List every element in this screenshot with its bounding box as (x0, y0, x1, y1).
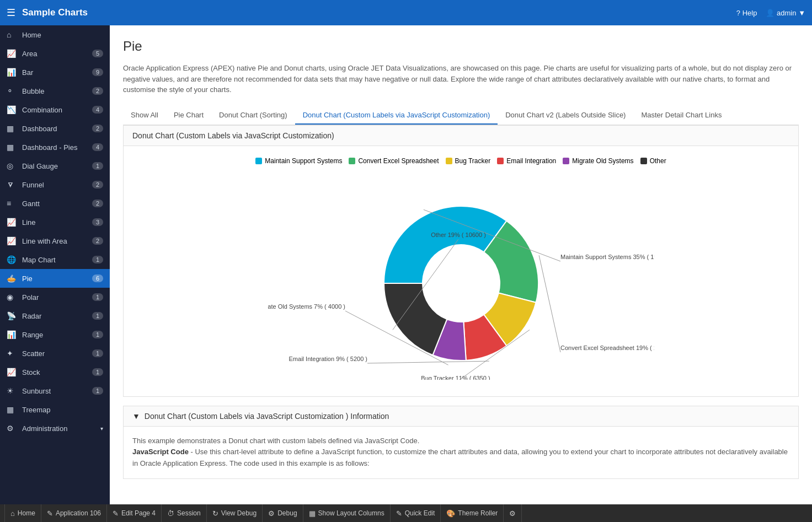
sidebar-label-dashboard-pies: Dashboard - Pies (22, 143, 92, 152)
sidebar-item-dashboard[interactable]: ▦Dashboard2 (0, 119, 110, 138)
toolbar-home[interactable]: ⌂Home (4, 504, 41, 522)
tab-donut-v2[interactable]: Donut Chart v2 (Labels Outside Slice) (498, 106, 633, 125)
toolbar-view-debug[interactable]: ↻View Debug (207, 504, 263, 522)
user-menu[interactable]: 👤 admin ▼ (766, 9, 805, 17)
tab-show-all[interactable]: Show All (123, 106, 166, 125)
sidebar-item-dashboard-pies[interactable]: ▦Dashboard - Pies4 (0, 138, 110, 157)
sidebar-item-bar[interactable]: 📊Bar9 (0, 63, 110, 82)
toolbar-session[interactable]: ⏱Session (162, 504, 207, 522)
toolbar-debug[interactable]: ⚙Debug (263, 504, 303, 522)
tab-donut-custom[interactable]: Donut Chart (Custom Labels via JavaScrip… (295, 106, 498, 125)
sidebar-item-pie[interactable]: 🥧Pie6 (0, 269, 110, 288)
sidebar-item-combination[interactable]: 📉Combination4 (0, 100, 110, 119)
help-link[interactable]: ? Help (736, 9, 757, 17)
sidebar-label-combination: Combination (22, 106, 92, 114)
legend-item: Maintain Support Systems (255, 157, 342, 165)
scatter-icon: ✦ (7, 349, 18, 358)
sidebar-badge-map-chart: 1 (92, 256, 103, 263)
polar-icon: ◉ (7, 293, 18, 302)
info-intro: This example demonstrates a Donut chart … (132, 435, 789, 447)
sidebar-item-funnel[interactable]: ⛛Funnel2 (0, 175, 110, 194)
header-right: ? Help 👤 admin ▼ (736, 9, 805, 17)
quick-edit-toolbar-icon: ✎ (396, 509, 402, 518)
sidebar-item-radar[interactable]: 📡Radar1 (0, 306, 110, 325)
session-toolbar-icon: ⏱ (167, 509, 174, 518)
sidebar-item-scatter[interactable]: ✦Scatter1 (0, 344, 110, 363)
sidebar-label-radar: Radar (22, 312, 92, 320)
sidebar-item-range[interactable]: 📊Range1 (0, 325, 110, 344)
sidebar-item-polar[interactable]: ◉Polar1 (0, 288, 110, 306)
chevron-icon: ▾ (100, 426, 103, 432)
pie-icon: 🥧 (7, 274, 18, 283)
chart-area: Maintain Support SystemsConvert Excel Sp… (124, 146, 798, 396)
application-toolbar-label: Application 106 (56, 509, 101, 517)
legend-item: Bug Tracker (446, 157, 491, 165)
sidebar-item-line-with-area[interactable]: 📈Line with Area2 (0, 232, 110, 250)
user-icon: 👤 (766, 9, 774, 17)
sidebar-item-administration[interactable]: ⚙Administration ▾ (0, 419, 110, 438)
sidebar-label-map-chart: Map Chart (22, 256, 92, 264)
info-detail: JavaScript Code - Use this chart-level a… (132, 446, 789, 470)
toolbar-edit-page[interactable]: ✎Edit Page 4 (107, 504, 162, 522)
sidebar-item-bubble[interactable]: ⚬Bubble2 (0, 82, 110, 100)
sidebar-item-line[interactable]: 📈Line3 (0, 213, 110, 232)
home-toolbar-icon: ⌂ (10, 509, 15, 518)
legend-item: Convert Excel Spreadsheet (349, 157, 439, 165)
administration-icon: ⚙ (7, 424, 18, 433)
application-toolbar-icon: ✎ (47, 509, 53, 518)
sidebar-badge-dashboard-pies: 4 (92, 143, 103, 151)
toolbar-theme-roller[interactable]: 🎨Theme Roller (441, 504, 504, 522)
funnel-icon: ⛛ (7, 180, 18, 189)
collapse-icon: ▼ (132, 412, 140, 421)
legend-label: Other (650, 157, 666, 165)
bottom-toolbar: ⌂Home✎Application 106✎Edit Page 4⏱Sessio… (0, 504, 812, 522)
donut-slice-5[interactable] (384, 283, 447, 355)
chart-section: Donut Chart (Custom Labels via JavaScrip… (123, 125, 799, 397)
sidebar-label-home: Home (22, 31, 103, 39)
slice-label-4: Migrate Old Systems 7% ( 4000 ) (268, 303, 345, 310)
combination-icon: 📉 (7, 105, 18, 114)
sidebar-badge-stock: 1 (92, 368, 103, 376)
bar-icon: 📊 (7, 68, 18, 77)
info-section-toggle[interactable]: ▼ Donut Chart (Custom Labels via JavaScr… (124, 406, 798, 427)
sidebar-item-area[interactable]: 📈Area5 (0, 44, 110, 63)
toolbar-quick-edit[interactable]: ✎Quick Edit (391, 504, 441, 522)
sidebar-badge-dashboard: 2 (92, 125, 103, 132)
sidebar-item-stock[interactable]: 📈Stock1 (0, 363, 110, 381)
toolbar-settings[interactable]: ⚙ (504, 504, 522, 522)
toolbar-application[interactable]: ✎Application 106 (41, 504, 107, 522)
slice-label-2: Bug Tracker 11% ( 6350 ) (421, 375, 490, 380)
sidebar-item-gantt[interactable]: ≡Gantt2 (0, 194, 110, 213)
bubble-icon: ⚬ (7, 87, 18, 95)
sidebar-label-bubble: Bubble (22, 87, 92, 95)
sidebar-badge-line: 3 (92, 218, 103, 226)
info-section-title-text: Donut Chart (Custom Labels via JavaScrip… (145, 412, 389, 421)
info-detail-text: - Use this chart-level attribute to defi… (132, 448, 788, 467)
sidebar-label-gantt: Gantt (22, 200, 92, 208)
gantt-icon: ≡ (7, 199, 18, 208)
tab-master-detail[interactable]: Master Detail Chart Links (633, 106, 729, 125)
sidebar-item-map-chart[interactable]: 🌐Map Chart1 (0, 250, 110, 269)
sidebar-item-home[interactable]: ⌂Home (0, 25, 110, 44)
legend-label: Convert Excel Spreadsheet (358, 157, 439, 165)
sidebar-badge-pie: 6 (92, 275, 103, 282)
sidebar-badge-bar: 9 (92, 68, 103, 76)
tab-pie-chart[interactable]: Pie Chart (166, 106, 211, 125)
sidebar-item-treemap[interactable]: ▦Treemap (0, 400, 110, 419)
home-toolbar-label: Home (18, 509, 35, 517)
sidebar-label-scatter: Scatter (22, 349, 92, 358)
view-debug-toolbar-icon: ↻ (212, 509, 218, 518)
hamburger-icon[interactable]: ☰ (7, 7, 15, 19)
edit-page-toolbar-label: Edit Page 4 (121, 509, 156, 517)
slice-label-5: Other 19% ( 10600 ) (431, 232, 486, 238)
sidebar-badge-area: 5 (92, 50, 103, 57)
sidebar-label-pie: Pie (22, 275, 92, 283)
tab-donut-sorting[interactable]: Donut Chart (Sorting) (211, 106, 295, 125)
dashboard-pies-icon: ▦ (7, 143, 18, 152)
sidebar-item-sunburst[interactable]: ☀Sunburst1 (0, 381, 110, 400)
legend-item: Migrate Old Systems (563, 157, 633, 165)
sidebar-label-bar: Bar (22, 68, 92, 77)
toolbar-show-layout[interactable]: ▦Show Layout Columns (303, 504, 391, 522)
sidebar-item-dial-gauge[interactable]: ◎Dial Gauge1 (0, 157, 110, 175)
page-description: Oracle Application Express (APEX) native… (123, 63, 799, 95)
